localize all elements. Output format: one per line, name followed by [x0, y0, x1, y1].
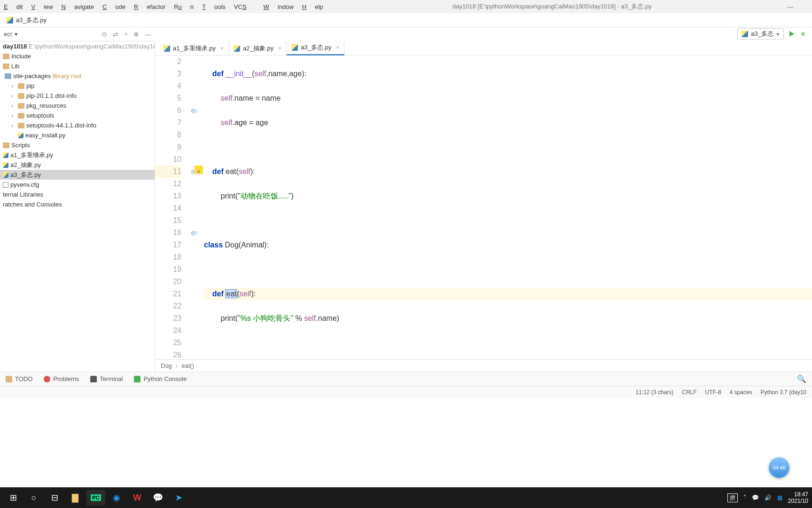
editor-tabs: a1_多重继承.py× a2_抽象.py× a3_多态.py× — [155, 41, 812, 56]
os-taskbar[interactable]: ⊞ ○ ⊟ ▇ PC ◉ W 💬 ➤ 拼 ˄ 💬 🔊 ▦ 18:47 2021/… — [0, 487, 812, 508]
tree-a2[interactable]: a2_抽象.py — [0, 160, 155, 170]
python-interpreter[interactable]: Python 3.7 (day10 — [761, 389, 806, 396]
todo-tool[interactable]: TODO — [6, 375, 32, 382]
nav-file-label: a3_多态.py — [16, 16, 47, 24]
python-file-icon — [742, 31, 748, 37]
close-icon[interactable]: × — [278, 45, 281, 52]
tree-pipdist[interactable]: ›pip-20.1.1.dist-info — [0, 91, 155, 101]
browser-icon[interactable]: ➤ — [169, 490, 188, 506]
menu-help[interactable]: Help — [302, 3, 323, 10]
task-view-icon[interactable]: ⊟ — [45, 490, 64, 506]
run-config-toolbar: a3_多态 ▾ ⛯ — [737, 28, 806, 40]
expand-icon[interactable]: ⇄ — [113, 31, 118, 38]
cortana-icon[interactable]: ○ — [24, 490, 43, 506]
tray-sound-icon[interactable]: 🔊 — [765, 494, 772, 501]
code-content[interactable]: def __init__(self,name,age): self.name =… — [201, 56, 812, 359]
python-file-icon — [7, 17, 13, 24]
tree-root[interactable]: day1018 E:\pythonWorkspase\guangCaiMao19… — [0, 41, 155, 51]
menu-tools[interactable]: Tools — [202, 3, 226, 10]
marker-gutter: ◎↓ ◎↑ ◎↑ — [188, 56, 201, 359]
breadcrumb[interactable]: Dog › eat() — [155, 359, 812, 372]
wechat-icon[interactable]: 💬 — [148, 490, 167, 506]
debug-button[interactable]: ⛯ — [800, 30, 806, 38]
run-button[interactable] — [789, 31, 794, 37]
menu-code[interactable]: Code — [102, 3, 125, 10]
tray-misc-icon[interactable]: ▦ — [777, 494, 782, 501]
locate-icon[interactable]: ⊙ — [102, 31, 107, 38]
editor-tab-a2[interactable]: a2_抽象.py× — [229, 41, 287, 56]
menu-vcs[interactable]: VCS — [234, 3, 255, 10]
tree-setuptools[interactable]: ›setuptools — [0, 111, 155, 120]
override-marker-icon: ◎↑ — [188, 227, 201, 239]
close-icon[interactable]: × — [220, 45, 224, 52]
status-bar: 11:12 (3 chars) CRLF UTF-8 4 spaces Pyth… — [0, 386, 812, 398]
close-icon[interactable]: × — [336, 44, 339, 51]
tree-a1[interactable]: a1_多重继承.py — [0, 150, 155, 160]
window-title: day1018 [E:\pythonWorkspase\guangCaiMao1… — [332, 2, 773, 11]
nav-file-tab[interactable]: a3_多态.py — [4, 14, 49, 26]
minimize-button[interactable]: — — [781, 3, 800, 10]
navigation-bar: a3_多态.py a3_多态 ▾ ⛯ — [0, 13, 812, 27]
breadcrumb-method[interactable]: eat() — [181, 362, 194, 369]
menu-window[interactable]: Window — [264, 3, 294, 10]
tray-wechat-icon[interactable]: 💬 — [752, 494, 759, 501]
event-log-icon[interactable]: 🔍 — [797, 374, 806, 383]
tree-external-libs[interactable]: ternal Libraries — [0, 190, 155, 199]
menubar[interactable]: Edit View Navigate Code Refactor Run Too… — [0, 0, 812, 13]
menu-navigate[interactable]: Navigate — [62, 3, 94, 10]
tree-pyvenv[interactable]: pyvenv.cfg — [0, 180, 155, 190]
project-label: ect — [4, 31, 12, 38]
override-marker-icon: ◎↓ — [188, 104, 201, 117]
win-start-icon[interactable]: ⊞ — [4, 490, 23, 506]
python-console-tool[interactable]: Python Console — [134, 375, 187, 382]
wps-icon[interactable]: W — [128, 490, 147, 506]
encoding[interactable]: UTF-8 — [705, 389, 721, 396]
app-blue-icon[interactable]: ◉ — [107, 490, 126, 506]
tree-easy-install[interactable]: easy_install.py — [0, 130, 155, 140]
project-tree[interactable]: day1018 E:\pythonWorkspase\guangCaiMao19… — [0, 41, 155, 372]
editor-tab-a3[interactable]: a3_多态.py× — [287, 41, 344, 56]
bottom-toolbar: TODO Problems Terminal Python Console 🔍 — [0, 372, 812, 386]
menu-edit[interactable]: Edit — [4, 3, 23, 10]
indent[interactable]: 4 spaces — [730, 389, 752, 396]
tree-site-packages[interactable]: site-packages library root — [0, 71, 155, 81]
hide-icon[interactable]: — — [145, 31, 151, 38]
line-gutter: 2 3 4 5 6 7 8 9 10 11 12 13 14 15 16 17 … — [155, 56, 188, 359]
tray-chevron-icon[interactable]: ˄ — [743, 494, 746, 501]
settings-icon[interactable]: ✼ — [133, 31, 139, 38]
problems-tool[interactable]: Problems — [44, 375, 79, 382]
tree-lib[interactable]: Lib — [0, 61, 155, 71]
run-config-selector[interactable]: a3_多态 ▾ — [737, 28, 784, 40]
tree-setuptoolsdist[interactable]: ›setuptools-44.1.1.dist-info — [0, 120, 155, 130]
line-separator[interactable]: CRLF — [682, 389, 696, 396]
menu-refactor[interactable]: Refactor — [134, 3, 165, 10]
chevron-down-icon[interactable]: ▾ — [15, 31, 18, 38]
terminal-tool[interactable]: Terminal — [90, 375, 123, 382]
tree-pip[interactable]: ›pip — [0, 81, 155, 91]
project-tool-header: ect ▾ ⊙ ⇄ ÷ ✼ — — [0, 27, 155, 41]
intention-bulb-icon[interactable]: 💡 — [195, 166, 203, 174]
timer-badge: 04:48 — [769, 457, 789, 478]
menu-run[interactable]: Run — [174, 3, 194, 10]
tree-a3[interactable]: a3_多态.py — [0, 170, 155, 180]
tree-scripts[interactable]: Scripts — [0, 140, 155, 150]
ime-indicator[interactable]: 拼 — [727, 493, 738, 502]
pycharm-icon[interactable]: PC — [86, 490, 105, 506]
menu-view[interactable]: View — [31, 3, 53, 10]
chevron-down-icon: ▾ — [776, 31, 780, 38]
explorer-icon[interactable]: ▇ — [66, 490, 85, 506]
chevron-right-icon: › — [176, 362, 178, 369]
code-editor[interactable]: 2 3 4 5 6 7 8 9 10 11 12 13 14 15 16 17 … — [155, 56, 812, 359]
caret-position[interactable]: 11:12 (3 chars) — [636, 389, 674, 396]
run-config-label: a3_多态 — [751, 30, 773, 38]
editor-tab-a1[interactable]: a1_多重继承.py× — [159, 41, 229, 56]
breadcrumb-class[interactable]: Dog — [161, 362, 172, 369]
system-clock[interactable]: 18:47 2021/10 — [788, 491, 808, 504]
tree-scratches[interactable]: ratches and Consoles — [0, 199, 155, 209]
collapse-icon[interactable]: ÷ — [124, 31, 128, 38]
tree-pkg[interactable]: ›pkg_resources — [0, 101, 155, 111]
tree-include[interactable]: Include — [0, 51, 155, 61]
